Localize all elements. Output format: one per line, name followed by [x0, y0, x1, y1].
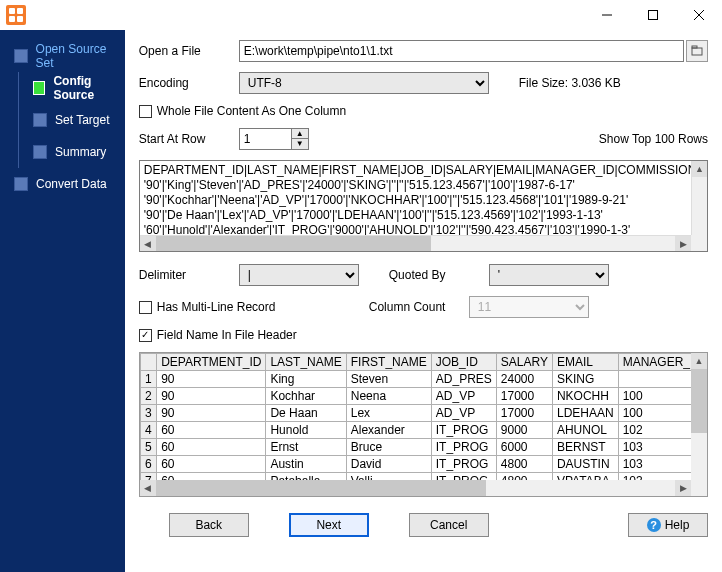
- whole-file-label: Whole File Content As One Column: [157, 104, 346, 118]
- grid-cell[interactable]: DAUSTIN: [552, 456, 618, 473]
- grid-cell[interactable]: BERNST: [552, 439, 618, 456]
- preview-hscroll[interactable]: ◀▶: [140, 235, 691, 251]
- grid-cell[interactable]: 17000: [496, 405, 552, 422]
- grid-cell[interactable]: Bruce: [346, 439, 431, 456]
- sidebar-item-label: Convert Data: [36, 177, 107, 191]
- footer: Back Next Cancel ?Help: [139, 505, 708, 545]
- folder-icon: [691, 45, 703, 57]
- colcount-select: 11: [469, 296, 589, 318]
- grid-cell[interactable]: Hunold: [266, 422, 346, 439]
- grid-cell[interactable]: 4800: [496, 456, 552, 473]
- grid-header[interactable]: JOB_ID: [431, 354, 496, 371]
- grid-cell[interactable]: 60: [157, 456, 266, 473]
- file-preview[interactable]: DEPARTMENT_ID|LAST_NAME|FIRST_NAME|JOB_I…: [139, 160, 708, 252]
- grid-cell[interactable]: Steven: [346, 371, 431, 388]
- preview-vscroll[interactable]: ▲: [691, 161, 707, 235]
- grid-cell[interactable]: De Haan: [266, 405, 346, 422]
- encoding-select[interactable]: UTF-8: [239, 72, 489, 94]
- grid-cell[interactable]: 90: [157, 405, 266, 422]
- app-icon: [6, 5, 26, 25]
- grid-cell[interactable]: David: [346, 456, 431, 473]
- colcount-label: Column Count: [369, 300, 469, 314]
- grid-cell[interactable]: NKOCHH: [552, 388, 618, 405]
- grid-cell[interactable]: IT_PROG: [431, 456, 496, 473]
- start-row-spinner[interactable]: ▲▼: [239, 128, 309, 150]
- grid-vscroll[interactable]: ▲: [691, 353, 707, 480]
- grid-corner: [140, 354, 156, 371]
- table-row[interactable]: 190KingStevenAD_PRES24000SKING: [140, 371, 706, 388]
- start-row-input[interactable]: [239, 128, 291, 150]
- sidebar-item-config-source[interactable]: Config Source: [19, 72, 125, 104]
- sidebar-item-convert-data[interactable]: Convert Data: [0, 168, 125, 200]
- multiline-checkbox[interactable]: Has Multi-Line Record: [139, 300, 359, 314]
- file-size-label: File Size: 3.036 KB: [519, 76, 621, 90]
- file-path-input[interactable]: [239, 40, 684, 62]
- grid-cell[interactable]: 60: [157, 422, 266, 439]
- table-row[interactable]: 390De HaanLexAD_VP17000LDEHAAN100: [140, 405, 706, 422]
- quoted-select[interactable]: ': [489, 264, 609, 286]
- spin-down-button[interactable]: ▼: [291, 139, 309, 150]
- grid-cell[interactable]: Austin: [266, 456, 346, 473]
- grid-cell[interactable]: SKING: [552, 371, 618, 388]
- grid-cell[interactable]: 17000: [496, 388, 552, 405]
- grid-header[interactable]: LAST_NAME: [266, 354, 346, 371]
- grid-cell[interactable]: 90: [157, 371, 266, 388]
- maximize-button[interactable]: [630, 0, 676, 30]
- minimize-button[interactable]: [584, 0, 630, 30]
- grid-hscroll[interactable]: ◀▶: [140, 480, 691, 496]
- grid-cell[interactable]: IT_PROG: [431, 422, 496, 439]
- spin-up-button[interactable]: ▲: [291, 128, 309, 139]
- row-number: 5: [140, 439, 156, 456]
- grid-cell[interactable]: 6000: [496, 439, 552, 456]
- field-header-checkbox[interactable]: ✓Field Name In File Header: [139, 328, 297, 342]
- grid-cell[interactable]: 90: [157, 388, 266, 405]
- quoted-label: Quoted By: [389, 268, 489, 282]
- grid-cell[interactable]: AD_VP: [431, 405, 496, 422]
- close-button[interactable]: [676, 0, 722, 30]
- table-row[interactable]: 290KochharNeenaAD_VP17000NKOCHH100: [140, 388, 706, 405]
- table-row[interactable]: 460HunoldAlexanderIT_PROG9000AHUNOL102: [140, 422, 706, 439]
- sidebar-item-label: Config Source: [53, 74, 124, 102]
- row-number: 1: [140, 371, 156, 388]
- grid-header[interactable]: DEPARTMENT_ID: [157, 354, 266, 371]
- grid-cell[interactable]: AD_VP: [431, 388, 496, 405]
- sidebar-item-label: Summary: [55, 145, 106, 159]
- grid-cell[interactable]: Ernst: [266, 439, 346, 456]
- table-row[interactable]: 660AustinDavidIT_PROG4800DAUSTIN103: [140, 456, 706, 473]
- grid-cell[interactable]: Lex: [346, 405, 431, 422]
- field-header-label: Field Name In File Header: [157, 328, 297, 342]
- grid-cell[interactable]: AD_PRES: [431, 371, 496, 388]
- open-file-label: Open a File: [139, 44, 239, 58]
- grid-cell[interactable]: IT_PROG: [431, 439, 496, 456]
- grid-cell[interactable]: 60: [157, 439, 266, 456]
- browse-file-button[interactable]: [686, 40, 708, 62]
- grid-cell[interactable]: 24000: [496, 371, 552, 388]
- row-number: 3: [140, 405, 156, 422]
- grid-cell[interactable]: LDEHAAN: [552, 405, 618, 422]
- grid-cell[interactable]: King: [266, 371, 346, 388]
- delimiter-select[interactable]: |: [239, 264, 359, 286]
- preview-line: '90'|'King'|'Steven'|'AD_PRES'|'24000'|'…: [144, 178, 703, 193]
- grid-cell[interactable]: Kochhar: [266, 388, 346, 405]
- help-button[interactable]: ?Help: [628, 513, 708, 537]
- grid-header[interactable]: EMAIL: [552, 354, 618, 371]
- grid-header[interactable]: SALARY: [496, 354, 552, 371]
- next-button[interactable]: Next: [289, 513, 369, 537]
- grid-cell[interactable]: 9000: [496, 422, 552, 439]
- table-row[interactable]: 560ErnstBruceIT_PROG6000BERNST103: [140, 439, 706, 456]
- sidebar-item-set-target[interactable]: Set Target: [19, 104, 125, 136]
- grid-cell[interactable]: Neena: [346, 388, 431, 405]
- grid-header[interactable]: FIRST_NAME: [346, 354, 431, 371]
- row-number: 2: [140, 388, 156, 405]
- back-button[interactable]: Back: [169, 513, 249, 537]
- svg-rect-5: [692, 46, 697, 48]
- preview-line: DEPARTMENT_ID|LAST_NAME|FIRST_NAME|JOB_I…: [144, 163, 703, 178]
- sidebar-item-summary[interactable]: Summary: [19, 136, 125, 168]
- cancel-button[interactable]: Cancel: [409, 513, 489, 537]
- data-grid[interactable]: DEPARTMENT_IDLAST_NAMEFIRST_NAMEJOB_IDSA…: [139, 352, 708, 497]
- sidebar-item-open-source-set[interactable]: Open Source Set: [0, 40, 125, 72]
- grid-cell[interactable]: AHUNOL: [552, 422, 618, 439]
- preview-line: '90'|'De Haan'|'Lex'|'AD_VP'|'17000'|'LD…: [144, 208, 703, 223]
- whole-file-checkbox[interactable]: Whole File Content As One Column: [139, 104, 346, 118]
- grid-cell[interactable]: Alexander: [346, 422, 431, 439]
